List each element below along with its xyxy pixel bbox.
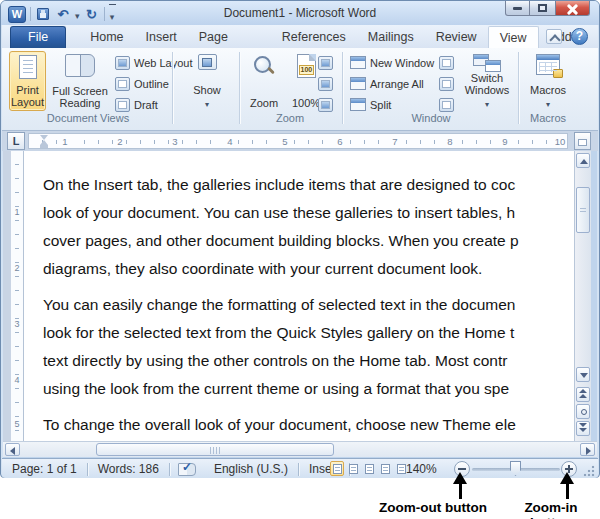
page-count[interactable]: Page: 1 of 1 xyxy=(2,460,87,479)
outline-button[interactable]: Outline xyxy=(115,75,169,92)
arrow-right-icon xyxy=(586,447,591,455)
zoom-slider-thumb[interactable] xyxy=(510,461,521,476)
web-layout-icon xyxy=(115,56,130,70)
scroll-left-button[interactable] xyxy=(5,443,20,456)
ruler-number: 6 xyxy=(334,136,346,147)
paragraph: You can easily change the formatting of … xyxy=(43,291,574,403)
outline-view-button[interactable] xyxy=(378,461,392,476)
ruler-number: 9 xyxy=(499,136,511,147)
web-layout-view-icon xyxy=(365,464,374,474)
tab-review[interactable]: Review xyxy=(425,26,488,48)
ruler-number: 5 xyxy=(11,419,23,429)
web-layout-view-button[interactable] xyxy=(362,461,376,476)
horizontal-scrollbar[interactable] xyxy=(3,441,597,457)
one-page-icon xyxy=(318,56,333,70)
arrow-up-icon xyxy=(580,159,588,164)
annotation-arrow-zoom-out-line xyxy=(459,483,462,499)
scroll-down-button[interactable] xyxy=(576,367,590,382)
close-button[interactable] xyxy=(556,1,590,16)
word-count[interactable]: Words: 186 xyxy=(88,460,169,479)
ruler-number: 3 xyxy=(169,136,181,147)
one-page-button[interactable] xyxy=(318,54,333,71)
annotation-arrow-zoom-in-line xyxy=(566,483,569,499)
view-shortcut-buttons xyxy=(330,461,408,476)
group-divider xyxy=(342,52,343,124)
text-line: You can easily change the formatting of … xyxy=(43,291,574,319)
scroll-up-button[interactable] xyxy=(576,153,590,168)
vertical-scrollbar[interactable] xyxy=(574,151,591,441)
new-window-button[interactable]: New Window xyxy=(350,54,434,71)
ruler-number: 5 xyxy=(279,136,291,147)
proofing-check-icon[interactable] xyxy=(178,463,196,476)
tab-mailings[interactable]: Mailings xyxy=(357,26,425,48)
two-pages-icon xyxy=(318,77,333,91)
text-line: diagrams, they also coordinate with your… xyxy=(43,255,574,283)
show-button[interactable]: Show xyxy=(182,51,232,111)
draft-view-icon xyxy=(397,464,406,474)
ruler-number: 3 xyxy=(11,319,23,329)
macros-icon xyxy=(536,54,560,75)
next-page-button[interactable] xyxy=(576,421,590,436)
document-views-group-label: Document Views xyxy=(6,112,170,124)
draft-button[interactable]: Draft xyxy=(115,96,158,113)
vertical-scroll-thumb[interactable] xyxy=(576,187,590,233)
chevron-down-icon xyxy=(485,98,489,111)
ruler-number: 7 xyxy=(389,136,401,147)
status-bar: Page: 1 of 1 Words: 186 English (U.S.) I… xyxy=(2,458,598,478)
text-line: To change the overall look of your docum… xyxy=(43,411,574,439)
switch-windows-button[interactable]: Switch Windows xyxy=(461,51,513,111)
ruler-number: 4 xyxy=(11,375,23,385)
print-layout-view-button[interactable] xyxy=(330,461,344,476)
vertical-ruler: 1 2 3 4 5 xyxy=(11,151,24,441)
tab-file[interactable]: File xyxy=(10,26,66,48)
previous-page-button[interactable] xyxy=(576,387,590,402)
outline-view-icon xyxy=(381,464,390,474)
tab-stop-selector[interactable] xyxy=(7,132,25,150)
full-screen-reading-view-button[interactable] xyxy=(346,461,360,476)
two-pages-button[interactable] xyxy=(318,75,333,92)
view-ruler-toggle[interactable] xyxy=(574,132,591,150)
language-indicator[interactable]: English (U.S.) xyxy=(204,460,298,479)
zoom-button[interactable]: Zoom xyxy=(245,51,283,111)
reset-window-position-icon xyxy=(439,98,454,112)
tab-references[interactable]: References xyxy=(271,26,357,48)
arrange-all-button[interactable]: Arrange All xyxy=(350,75,424,92)
macros-button[interactable]: Macros xyxy=(525,51,571,111)
document-page[interactable]: On the Insert tab, the galleries include… xyxy=(24,151,574,441)
view-side-by-side-icon xyxy=(439,56,454,70)
page-width-button[interactable] xyxy=(318,96,333,113)
web-layout-button[interactable]: Web Layout xyxy=(115,54,193,71)
tab-page-layout[interactable]: Page Layout xyxy=(188,26,271,48)
arrow-down-icon xyxy=(580,373,588,378)
maximize-button[interactable] xyxy=(530,1,556,16)
resize-grip[interactable] xyxy=(582,464,595,477)
help-button[interactable] xyxy=(571,28,588,45)
view-side-by-side-button[interactable] xyxy=(439,54,454,71)
print-layout-button[interactable]: Print Layout xyxy=(9,51,46,111)
indent-marker[interactable] xyxy=(39,135,48,148)
scroll-right-button[interactable] xyxy=(580,443,595,456)
reset-window-position-button[interactable] xyxy=(439,96,454,113)
title-bar: Document1 - Microsoft Word xyxy=(1,1,599,25)
group-divider xyxy=(239,52,240,124)
synchronous-scrolling-button[interactable] xyxy=(439,75,454,92)
ruler-number: 2 xyxy=(11,263,23,273)
select-browse-object-button[interactable] xyxy=(576,404,590,419)
minimize-icon xyxy=(513,7,522,10)
text-line: cover pages, and other document building… xyxy=(43,227,574,255)
draft-icon xyxy=(115,98,130,112)
horizontal-scroll-thumb[interactable] xyxy=(96,443,334,456)
tab-insert[interactable]: Insert xyxy=(135,26,188,48)
tab-view[interactable]: View xyxy=(488,26,539,48)
group-divider xyxy=(518,52,519,124)
full-screen-reading-icon xyxy=(65,54,95,77)
tab-home[interactable]: Home xyxy=(79,26,134,48)
zoom-level[interactable]: 140% xyxy=(406,462,437,476)
split-icon xyxy=(350,98,366,111)
text-line: text directly by using the other control… xyxy=(43,347,574,375)
split-button[interactable]: Split xyxy=(350,96,391,113)
minimize-button[interactable] xyxy=(505,1,530,16)
horizontal-ruler: 1 2 3 4 5 6 7 8 9 10 xyxy=(28,133,568,149)
full-screen-reading-button[interactable]: Full Screen Reading xyxy=(49,51,111,111)
collapse-ribbon-button[interactable] xyxy=(546,29,562,44)
